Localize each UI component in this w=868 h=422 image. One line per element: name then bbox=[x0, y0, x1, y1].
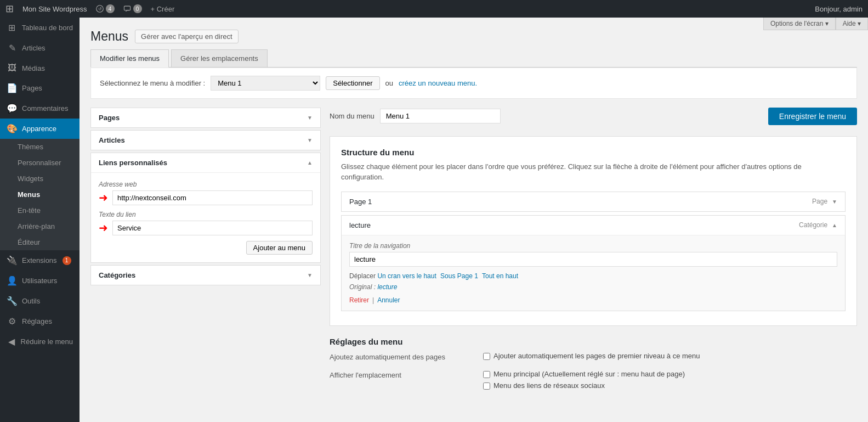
accordion-liens: Liens personnalisés ▲ Adresse web ➜ bbox=[90, 153, 321, 263]
dashboard-icon: ⊞ bbox=[7, 22, 18, 33]
sidebar-item-pages[interactable]: 📄 Pages bbox=[0, 78, 80, 98]
url-field-row: Adresse web ➜ bbox=[99, 181, 313, 205]
sidebar-item-extensions[interactable]: 🔌 Extensions 1 bbox=[0, 250, 80, 271]
sidebar-item-menus[interactable]: Menus bbox=[0, 187, 80, 202]
menu-item-page1-title: Page 1 bbox=[349, 198, 372, 206]
site-name[interactable]: Mon Site Wordpress bbox=[22, 5, 87, 13]
link-text-label: Texte du lien bbox=[99, 211, 313, 218]
comments-item[interactable]: 0 bbox=[123, 4, 142, 13]
sidebar-item-dashboard[interactable]: ⊞ Tableau de bord bbox=[0, 18, 80, 38]
svg-rect-2 bbox=[124, 6, 130, 10]
tab-modifier[interactable]: Modifier les menus bbox=[90, 49, 169, 67]
right-panel: Nom du menu Enregistrer le menu Structur… bbox=[330, 108, 857, 400]
preview-button[interactable]: Gérer avec l'aperçu en direct bbox=[135, 30, 239, 43]
outils-icon: 🔧 bbox=[7, 296, 18, 306]
menu-item-page1-type: Page bbox=[812, 198, 827, 205]
url-input[interactable] bbox=[112, 190, 313, 205]
auto-add-checkbox[interactable] bbox=[483, 353, 490, 360]
display-main-checkbox[interactable] bbox=[483, 371, 490, 378]
admin-sidebar: ⊞ Tableau de bord ✎ Articles 🖼 Médias 📄 … bbox=[0, 18, 80, 422]
sidebar-item-reduire[interactable]: ◀ Réduire le menu bbox=[0, 331, 80, 352]
display-social-label[interactable]: Menu des liens de réseaux sociaux bbox=[483, 381, 857, 390]
sidebar-item-label: Commentaires bbox=[22, 104, 69, 112]
nav-label-label: Titre de la navigation bbox=[349, 242, 837, 250]
menu-select-dropdown[interactable]: Menu 1 bbox=[211, 76, 320, 91]
pages-icon: 📄 bbox=[7, 83, 18, 93]
sidebar-item-label: Articles bbox=[22, 44, 46, 52]
menu-item-page1-toggle[interactable]: ▼ bbox=[832, 199, 837, 205]
menu-select-label: Sélectionnez le menu à modifier : bbox=[100, 79, 205, 87]
create-menu-link[interactable]: créez un nouveau menu. bbox=[399, 79, 477, 87]
menu-item-page1-header[interactable]: Page 1 Page ▼ bbox=[342, 192, 845, 211]
sidebar-item-personnaliser[interactable]: Personnaliser bbox=[0, 155, 80, 171]
auto-add-row: Ajoutez automatiquement des pages Ajoute… bbox=[330, 352, 857, 363]
admin-bar: ⊞ Mon Site Wordpress ↺ 4 0 + Créer Bonjo… bbox=[0, 0, 868, 18]
original-link[interactable]: lecture bbox=[377, 283, 397, 291]
auto-add-checkbox-label[interactable]: Ajouter automatiquement les pages de pre… bbox=[483, 352, 857, 360]
sidebar-item-commentaires[interactable]: 💬 Commentaires bbox=[0, 98, 80, 119]
sidebar-item-editeur[interactable]: Éditeur bbox=[0, 234, 80, 250]
help-button[interactable]: Aide ▾ bbox=[836, 18, 868, 30]
accordion-articles-header[interactable]: Articles ▼ bbox=[91, 131, 320, 150]
accordion-pages-header[interactable]: Pages ▼ bbox=[91, 108, 320, 127]
sidebar-item-apparence[interactable]: 🎨 Apparence bbox=[0, 119, 80, 139]
nav-label-input[interactable] bbox=[349, 252, 837, 267]
sidebar-item-medias[interactable]: 🖼 Médias bbox=[0, 58, 80, 78]
display-value: Menu principal (Actuellement réglé sur :… bbox=[483, 370, 857, 393]
retirer-link[interactable]: Retirer bbox=[349, 296, 369, 304]
select-menu-button[interactable]: Sélectionner bbox=[326, 76, 379, 90]
wp-logo-icon[interactable]: ⊞ bbox=[5, 3, 14, 15]
menu-item-lecture-toggle[interactable]: ▲ bbox=[832, 222, 837, 228]
accordion-liens-arrow: ▲ bbox=[307, 160, 313, 166]
display-main-label[interactable]: Menu principal (Actuellement réglé sur :… bbox=[483, 370, 857, 378]
create-button[interactable]: + Créer bbox=[151, 5, 175, 13]
apparence-icon: 🎨 bbox=[7, 123, 18, 134]
menu-editor-wrap: Pages ▼ Articles ▼ Liens bbox=[90, 108, 857, 400]
sidebar-item-reglages[interactable]: ⚙ Réglages bbox=[0, 311, 80, 331]
accordion-categories: Catégories ▼ bbox=[90, 265, 321, 285]
sidebar-item-label: Pages bbox=[22, 84, 42, 92]
sidebar-item-themes[interactable]: Thèmes bbox=[0, 139, 80, 155]
sidebar-item-outils[interactable]: 🔧 Outils bbox=[0, 291, 80, 311]
auto-add-label: Ajoutez automatiquement des pages bbox=[330, 352, 483, 361]
sidebar-item-utilisateurs[interactable]: 👤 Utilisateurs bbox=[0, 271, 80, 291]
annuler-link[interactable]: Annuler bbox=[377, 296, 400, 304]
save-menu-button[interactable]: Enregistrer le menu bbox=[768, 108, 857, 125]
screen-options-button[interactable]: Options de l'écran ▾ bbox=[763, 18, 836, 30]
sidebar-item-articles[interactable]: ✎ Articles bbox=[0, 38, 80, 58]
menu-item-lecture-right: Catégorie ▲ bbox=[799, 221, 837, 229]
sidebar-item-entete[interactable]: En-tête bbox=[0, 202, 80, 218]
sidebar-item-label: Extensions bbox=[22, 256, 57, 265]
menu-item-lecture-header[interactable]: lecture Catégorie ▲ bbox=[342, 216, 845, 235]
display-social-checkbox[interactable] bbox=[483, 382, 490, 390]
sidebar-item-label: Tableau de bord bbox=[22, 24, 73, 32]
tab-gerer[interactable]: Gérer les emplacements bbox=[171, 49, 268, 67]
left-panel: Pages ▼ Articles ▼ Liens bbox=[90, 108, 321, 400]
add-to-menu-button[interactable]: Ajouter au menu bbox=[246, 241, 313, 255]
accordion-pages: Pages ▼ bbox=[90, 108, 321, 128]
menu-item-lecture: lecture Catégorie ▲ Titre de la navigati… bbox=[341, 215, 846, 311]
auto-add-text: Ajouter automatiquement les pages de pre… bbox=[493, 352, 700, 360]
menu-item-page1: Page 1 Page ▼ bbox=[341, 192, 846, 212]
link-text-input[interactable] bbox=[112, 221, 313, 235]
display-label: Afficher l'emplacement bbox=[330, 370, 483, 379]
move-sub-link[interactable]: Sous Page 1 bbox=[440, 272, 478, 280]
display-row: Afficher l'emplacement Menu principal (A… bbox=[330, 370, 857, 393]
menu-name-input[interactable] bbox=[380, 109, 501, 123]
commentaires-icon: 💬 bbox=[7, 103, 18, 114]
move-up-link[interactable]: Un cran vers le haut bbox=[377, 272, 436, 280]
svg-text:↺: ↺ bbox=[98, 7, 101, 12]
accordion-articles-title: Articles bbox=[99, 136, 125, 144]
sidebar-item-arriere-plan[interactable]: Arrière-plan bbox=[0, 218, 80, 234]
auto-add-value: Ajouter automatiquement les pages de pre… bbox=[483, 352, 857, 363]
add-btn-row: Ajouter au menu bbox=[99, 241, 313, 255]
greeting[interactable]: Bonjour, admin bbox=[815, 5, 863, 13]
accordion-liens-header[interactable]: Liens personnalisés ▲ bbox=[91, 153, 320, 172]
display-main-text: Menu principal (Actuellement réglé sur :… bbox=[493, 370, 685, 378]
updates-item[interactable]: ↺ 4 bbox=[96, 4, 115, 13]
structure-title: Structure du menu bbox=[341, 148, 846, 157]
sidebar-item-widgets[interactable]: Widgets bbox=[0, 171, 80, 187]
move-top-link[interactable]: Tout en haut bbox=[482, 272, 518, 280]
accordion-categories-header[interactable]: Catégories ▼ bbox=[91, 266, 320, 285]
menu-name-row: Nom du menu Enregistrer le menu bbox=[330, 108, 857, 125]
